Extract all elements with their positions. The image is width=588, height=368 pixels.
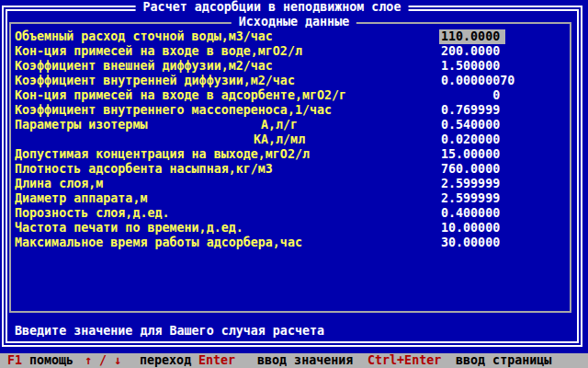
field-row: Частота печати по времени,д.ед. 10.00000	[0, 221, 588, 236]
hotkey-enter[interactable]: Enter	[198, 353, 235, 368]
field-row: Максимальное время работы адсорбера,час …	[0, 236, 588, 250]
field-value-input[interactable]: 0.400000	[441, 206, 500, 221]
status-message: Введите значение для Вашего случая расче…	[15, 324, 324, 339]
field-value-input[interactable]: 0.020000	[441, 132, 500, 147]
hotkey-arrows-label: переход	[140, 353, 191, 368]
field-value-input[interactable]: 110.0000	[439, 29, 505, 44]
hotkey-ctrl-enter[interactable]: Ctrl+Enter	[368, 353, 441, 368]
field-label: Объемный расход сточной воды,м3/час	[15, 29, 273, 44]
field-row: Объемный расход сточной воды,м3/час 110.…	[0, 29, 588, 44]
hotkey-enter-label: ввод значения	[257, 353, 353, 368]
field-row: Коэффициент внешней диффузии,м2/час 1.50…	[0, 59, 588, 74]
field-row: Допустимая концентрация на выходе,мгО2/л…	[0, 147, 588, 162]
field-value-input[interactable]: 2.599999	[441, 191, 500, 206]
field-value-input[interactable]: 1.500000	[441, 59, 500, 74]
field-row: Параметры изотермы А,л/г 0.540000	[0, 118, 588, 132]
field-value-input[interactable]: 200.0000	[441, 44, 500, 59]
field-value-input[interactable]: 30.00000	[441, 236, 500, 250]
field-row: Коэффициент внутренней диффузии,м2/час 0…	[0, 74, 588, 88]
field-row: Кон-ция примесей на входе в адсорбенте,м…	[0, 88, 588, 103]
field-label: Параметры изотермы	[15, 118, 147, 132]
field-label: Порозность слоя,д.ед.	[15, 206, 170, 221]
field-value-input[interactable]: 760.0000	[441, 162, 500, 177]
field-row: Порозность слоя,д.ед. 0.400000	[0, 206, 588, 221]
field-sublabel: КА,л/мл	[254, 132, 305, 147]
hotkey-ctrl-enter-label: ввод страницы	[456, 353, 551, 368]
field-row: Коэффициент внутреннего массопереноса,1/…	[0, 103, 588, 118]
hotkey-f1-help[interactable]: F1	[7, 353, 22, 368]
field-value-input[interactable]: 0.540000	[441, 118, 500, 132]
field-value-input[interactable]: 10.00000	[441, 221, 500, 236]
field-value-input[interactable]: 2.599999	[441, 177, 500, 191]
field-label: Максимальное время работы адсорбера,час	[15, 236, 302, 250]
field-label: Диаметр аппарата,м	[15, 191, 147, 206]
field-row: КА,л/мл 0.020000	[0, 132, 588, 147]
field-row: Кон-ция примесей на входе в воде,мгО2/л …	[0, 44, 588, 59]
field-row: Плотность адсорбента насыпная,кг/м3 760.…	[0, 162, 588, 177]
section-title: Исходные данные	[232, 15, 356, 29]
field-value-input[interactable]: 0.769999	[441, 103, 500, 118]
field-label: Плотность адсорбента насыпная,кг/м3	[15, 162, 273, 177]
adsorption-calc-screen: Расчет адсорбции в неподвижном слое Исхо…	[0, 0, 588, 368]
statusbar: F1 помощь ↑ / ↓ переход Enter ввод значе…	[0, 353, 588, 368]
field-label: Допустимая концентрация на выходе,мгО2/л	[15, 147, 310, 162]
field-value-input[interactable]: 15.00000	[441, 147, 500, 162]
field-label: Коэффициент внутреннего массопереноса,1/…	[15, 103, 332, 118]
field-row: Длина слоя,м 2.599999	[0, 177, 588, 191]
field-label: Коэффициент внутренней диффузии,м2/час	[15, 74, 295, 88]
field-sublabel: А,л/г	[254, 118, 298, 132]
window-title: Расчет адсорбции в неподвижном слое	[136, 0, 409, 15]
field-label: Частота печати по времени,д.ед.	[15, 221, 243, 236]
field-value-input[interactable]: 0.00000070	[441, 74, 514, 88]
field-label: Длина слоя,м	[15, 177, 103, 191]
field-label: Коэффициент внешней диффузии,м2/час	[15, 59, 273, 74]
hotkey-f1-label: помощь	[29, 353, 74, 368]
field-value-input[interactable]: 0	[441, 88, 500, 103]
hotkey-arrows-icon[interactable]: ↑ / ↓	[85, 353, 121, 368]
field-label: Кон-ция примесей на входе в адсорбенте,м…	[15, 88, 346, 103]
field-row: Диаметр аппарата,м 2.599999	[0, 191, 588, 206]
field-label: Кон-ция примесей на входе в воде,мгО2/л	[15, 44, 302, 59]
